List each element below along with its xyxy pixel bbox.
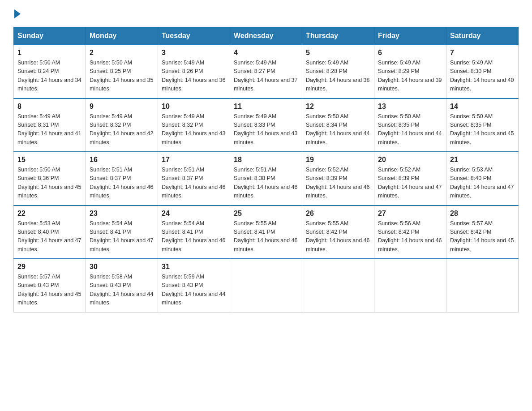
day-number: 2 bbox=[90, 49, 154, 57]
day-info: Sunrise: 5:50 AMSunset: 8:35 PMDaylight:… bbox=[378, 113, 442, 146]
calendar-cell: 29 Sunrise: 5:57 AMSunset: 8:43 PMDaylig… bbox=[14, 259, 86, 312]
day-info: Sunrise: 5:49 AMSunset: 8:32 PMDaylight:… bbox=[162, 113, 225, 146]
day-info: Sunrise: 5:49 AMSunset: 8:33 PMDaylight:… bbox=[234, 113, 297, 146]
day-number: 23 bbox=[90, 210, 154, 218]
day-number: 18 bbox=[234, 156, 298, 164]
calendar-cell: 10 Sunrise: 5:49 AMSunset: 8:32 PMDaylig… bbox=[158, 98, 230, 152]
day-number: 24 bbox=[162, 210, 226, 218]
day-number: 25 bbox=[234, 210, 298, 218]
calendar-cell: 14 Sunrise: 5:50 AMSunset: 8:35 PMDaylig… bbox=[446, 98, 519, 152]
day-number: 3 bbox=[162, 49, 226, 57]
day-number: 21 bbox=[450, 156, 515, 164]
page-header bbox=[13, 9, 519, 18]
day-info: Sunrise: 5:52 AMSunset: 8:39 PMDaylight:… bbox=[306, 167, 369, 199]
header-saturday: Saturday bbox=[446, 27, 519, 45]
day-number: 28 bbox=[450, 210, 515, 218]
calendar-cell: 31 Sunrise: 5:59 AMSunset: 8:43 PMDaylig… bbox=[158, 259, 230, 312]
day-info: Sunrise: 5:53 AMSunset: 8:40 PMDaylight:… bbox=[450, 167, 514, 199]
day-info: Sunrise: 5:57 AMSunset: 8:42 PMDaylight:… bbox=[450, 220, 514, 253]
calendar-cell: 6 Sunrise: 5:49 AMSunset: 8:29 PMDayligh… bbox=[374, 45, 446, 98]
week-row-4: 22 Sunrise: 5:53 AMSunset: 8:40 PMDaylig… bbox=[14, 206, 519, 259]
day-info: Sunrise: 5:50 AMSunset: 8:36 PMDaylight:… bbox=[17, 167, 81, 199]
day-number: 29 bbox=[17, 263, 82, 271]
header-thursday: Thursday bbox=[302, 27, 374, 45]
day-info: Sunrise: 5:59 AMSunset: 8:43 PMDaylight:… bbox=[162, 274, 225, 306]
calendar-cell bbox=[374, 259, 446, 312]
day-number: 20 bbox=[378, 156, 442, 164]
header-wednesday: Wednesday bbox=[230, 27, 302, 45]
calendar-cell: 16 Sunrise: 5:51 AMSunset: 8:37 PMDaylig… bbox=[86, 152, 158, 206]
calendar-cell: 26 Sunrise: 5:55 AMSunset: 8:42 PMDaylig… bbox=[302, 206, 374, 259]
day-info: Sunrise: 5:51 AMSunset: 8:37 PMDaylight:… bbox=[162, 167, 225, 199]
day-number: 12 bbox=[306, 103, 370, 111]
day-info: Sunrise: 5:50 AMSunset: 8:24 PMDaylight:… bbox=[17, 60, 81, 92]
day-info: Sunrise: 5:55 AMSunset: 8:41 PMDaylight:… bbox=[234, 220, 297, 253]
day-number: 13 bbox=[378, 103, 442, 111]
calendar-cell: 22 Sunrise: 5:53 AMSunset: 8:40 PMDaylig… bbox=[14, 206, 86, 259]
day-info: Sunrise: 5:55 AMSunset: 8:42 PMDaylight:… bbox=[306, 220, 369, 253]
day-info: Sunrise: 5:56 AMSunset: 8:42 PMDaylight:… bbox=[378, 220, 442, 253]
calendar-cell: 15 Sunrise: 5:50 AMSunset: 8:36 PMDaylig… bbox=[14, 152, 86, 206]
day-number: 17 bbox=[162, 156, 226, 164]
day-number: 22 bbox=[17, 210, 82, 218]
calendar-cell: 24 Sunrise: 5:54 AMSunset: 8:41 PMDaylig… bbox=[158, 206, 230, 259]
calendar-cell: 20 Sunrise: 5:52 AMSunset: 8:39 PMDaylig… bbox=[374, 152, 446, 206]
day-info: Sunrise: 5:49 AMSunset: 8:32 PMDaylight:… bbox=[90, 113, 153, 146]
day-number: 16 bbox=[90, 156, 154, 164]
day-info: Sunrise: 5:54 AMSunset: 8:41 PMDaylight:… bbox=[90, 220, 153, 253]
day-number: 31 bbox=[162, 263, 226, 271]
header-sunday: Sunday bbox=[14, 27, 86, 45]
calendar-cell: 3 Sunrise: 5:49 AMSunset: 8:26 PMDayligh… bbox=[158, 45, 230, 98]
week-row-3: 15 Sunrise: 5:50 AMSunset: 8:36 PMDaylig… bbox=[14, 152, 519, 206]
day-number: 11 bbox=[234, 103, 298, 111]
calendar-header: SundayMondayTuesdayWednesdayThursdayFrid… bbox=[14, 27, 519, 45]
calendar-cell: 4 Sunrise: 5:49 AMSunset: 8:27 PMDayligh… bbox=[230, 45, 302, 98]
day-info: Sunrise: 5:49 AMSunset: 8:26 PMDaylight:… bbox=[162, 60, 225, 92]
calendar-cell: 23 Sunrise: 5:54 AMSunset: 8:41 PMDaylig… bbox=[86, 206, 158, 259]
day-info: Sunrise: 5:52 AMSunset: 8:39 PMDaylight:… bbox=[378, 167, 442, 199]
calendar-cell bbox=[302, 259, 374, 312]
day-number: 4 bbox=[234, 49, 298, 57]
day-info: Sunrise: 5:49 AMSunset: 8:28 PMDaylight:… bbox=[306, 60, 369, 92]
calendar-cell: 27 Sunrise: 5:56 AMSunset: 8:42 PMDaylig… bbox=[374, 206, 446, 259]
day-info: Sunrise: 5:51 AMSunset: 8:38 PMDaylight:… bbox=[234, 167, 297, 199]
header-friday: Friday bbox=[374, 27, 446, 45]
day-number: 8 bbox=[17, 103, 82, 111]
day-number: 26 bbox=[306, 210, 370, 218]
calendar-cell: 2 Sunrise: 5:50 AMSunset: 8:25 PMDayligh… bbox=[86, 45, 158, 98]
calendar-cell bbox=[230, 259, 302, 312]
day-info: Sunrise: 5:57 AMSunset: 8:43 PMDaylight:… bbox=[17, 274, 81, 306]
day-number: 10 bbox=[162, 103, 226, 111]
calendar-cell: 17 Sunrise: 5:51 AMSunset: 8:37 PMDaylig… bbox=[158, 152, 230, 206]
day-number: 14 bbox=[450, 103, 515, 111]
day-info: Sunrise: 5:58 AMSunset: 8:43 PMDaylight:… bbox=[90, 274, 153, 306]
calendar-cell: 25 Sunrise: 5:55 AMSunset: 8:41 PMDaylig… bbox=[230, 206, 302, 259]
day-info: Sunrise: 5:49 AMSunset: 8:31 PMDaylight:… bbox=[17, 113, 81, 146]
day-number: 6 bbox=[378, 49, 442, 57]
day-info: Sunrise: 5:50 AMSunset: 8:25 PMDaylight:… bbox=[90, 60, 153, 92]
day-info: Sunrise: 5:49 AMSunset: 8:29 PMDaylight:… bbox=[378, 60, 442, 92]
calendar-cell: 19 Sunrise: 5:52 AMSunset: 8:39 PMDaylig… bbox=[302, 152, 374, 206]
day-info: Sunrise: 5:49 AMSunset: 8:27 PMDaylight:… bbox=[234, 60, 297, 92]
calendar-cell: 30 Sunrise: 5:58 AMSunset: 8:43 PMDaylig… bbox=[86, 259, 158, 312]
logo bbox=[13, 9, 21, 18]
day-number: 30 bbox=[90, 263, 154, 271]
day-number: 19 bbox=[306, 156, 370, 164]
calendar-cell: 5 Sunrise: 5:49 AMSunset: 8:28 PMDayligh… bbox=[302, 45, 374, 98]
calendar-cell: 11 Sunrise: 5:49 AMSunset: 8:33 PMDaylig… bbox=[230, 98, 302, 152]
day-number: 7 bbox=[450, 49, 515, 57]
calendar-cell: 1 Sunrise: 5:50 AMSunset: 8:24 PMDayligh… bbox=[14, 45, 86, 98]
calendar-cell: 8 Sunrise: 5:49 AMSunset: 8:31 PMDayligh… bbox=[14, 98, 86, 152]
day-number: 5 bbox=[306, 49, 370, 57]
day-info: Sunrise: 5:51 AMSunset: 8:37 PMDaylight:… bbox=[90, 167, 153, 199]
day-info: Sunrise: 5:49 AMSunset: 8:30 PMDaylight:… bbox=[450, 60, 514, 92]
week-row-2: 8 Sunrise: 5:49 AMSunset: 8:31 PMDayligh… bbox=[14, 98, 519, 152]
day-info: Sunrise: 5:54 AMSunset: 8:41 PMDaylight:… bbox=[162, 220, 225, 253]
day-number: 27 bbox=[378, 210, 442, 218]
day-number: 9 bbox=[90, 103, 154, 111]
calendar-cell: 18 Sunrise: 5:51 AMSunset: 8:38 PMDaylig… bbox=[230, 152, 302, 206]
day-info: Sunrise: 5:50 AMSunset: 8:35 PMDaylight:… bbox=[450, 113, 514, 146]
day-info: Sunrise: 5:50 AMSunset: 8:34 PMDaylight:… bbox=[306, 113, 369, 146]
header-monday: Monday bbox=[86, 27, 158, 45]
calendar-cell bbox=[446, 259, 519, 312]
